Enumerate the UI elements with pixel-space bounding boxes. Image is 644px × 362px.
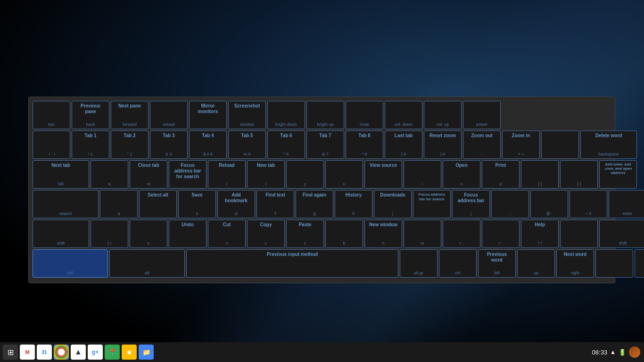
key-blank2[interactable]: [560, 220, 598, 248]
key-copy[interactable]: Copy c: [247, 220, 285, 248]
key-tilde[interactable]: ¬ ` !: [33, 131, 70, 159]
key-a[interactable]: a: [100, 190, 138, 218]
taskbar-calendar[interactable]: 31: [37, 345, 52, 360]
taskbar-drive[interactable]: ▲: [71, 345, 86, 360]
key-row-2: ¬ ` ! Tab 1 ! 1 Tab 2 " 2 Tab 3 £ 3 Tab …: [33, 131, 611, 159]
key-o[interactable]: Open o: [443, 160, 480, 189]
key-ctrl-left[interactable]: ctrl: [33, 249, 108, 278]
key-reload[interactable]: reload: [150, 101, 188, 129]
key-vol-up[interactable]: vol. up: [424, 101, 462, 129]
key-comma[interactable]: < ,: [443, 220, 480, 248]
key-tab[interactable]: Next tab tab: [33, 160, 89, 189]
key-ctrl-right[interactable]: ctrl: [439, 249, 477, 278]
taskbar: ⊞ M 31 ▲ g+ 📍 ★ 📁 08:33 ▲ 🔋: [0, 342, 644, 362]
key-r[interactable]: Reload r: [208, 160, 246, 189]
key-help[interactable]: Help ? /: [521, 220, 559, 248]
taskbar-chrome[interactable]: [54, 345, 69, 360]
key-left[interactable]: [595, 249, 633, 278]
key-bracket-close[interactable]: } ]: [560, 160, 598, 189]
key-i[interactable]: View source: [364, 160, 402, 189]
key-screenshot[interactable]: Screenshot window: [228, 101, 266, 129]
key-select-all[interactable]: Select all: [139, 190, 177, 218]
key-q[interactable]: q: [91, 160, 128, 189]
key-bookmark[interactable]: Add bookmark d: [217, 190, 255, 218]
key-search[interactable]: search: [33, 190, 99, 218]
key-1[interactable]: Tab 1 ! 1: [72, 131, 109, 159]
key-semicolon[interactable]: ; :: [491, 190, 529, 218]
key-vol-down[interactable]: vol. down: [385, 101, 422, 129]
key-w[interactable]: Close tab w: [130, 160, 167, 189]
key-find[interactable]: Find text f: [256, 190, 294, 218]
key-quote[interactable]: @ ': [530, 190, 568, 218]
key-paste[interactable]: Paste v: [286, 220, 324, 248]
key-equals[interactable]: Zoom in + =: [502, 131, 540, 159]
taskbar-files[interactable]: 📁: [139, 345, 154, 360]
key-focus-search[interactable]: Focus address bar for search: [413, 190, 451, 218]
key-down[interactable]: down: [635, 249, 644, 278]
taskbar-maps[interactable]: 📍: [105, 345, 120, 360]
key-2[interactable]: Tab 2 " 2: [111, 131, 149, 159]
key-focus-address[interactable]: Focus address bar j: [452, 190, 490, 218]
key-u[interactable]: u: [325, 160, 363, 189]
key-spacebar[interactable]: Previous input method: [186, 249, 398, 278]
key-3[interactable]: Tab 3 £ 3: [150, 131, 188, 159]
key-minus[interactable]: Zoom out -: [463, 131, 501, 159]
key-blank[interactable]: [541, 131, 579, 159]
key-7[interactable]: Tab 7 & 7: [306, 131, 344, 159]
key-t[interactable]: New tab t: [247, 160, 285, 189]
key-6[interactable]: Tab 6 ^ 6: [267, 131, 305, 159]
key-z[interactable]: z: [130, 220, 167, 248]
key-find-again[interactable]: Find again g: [296, 190, 333, 218]
key-mirror[interactable]: Mirror monitors: [189, 101, 227, 129]
key-0[interactable]: Reset zoom ) 0: [424, 131, 462, 159]
key-undo[interactable]: Undo: [169, 220, 206, 248]
key-row-6: ctrl alt Previous input method alt gr ct…: [33, 249, 611, 278]
key-mute[interactable]: mute: [346, 101, 383, 129]
key-power[interactable]: power: [463, 101, 501, 129]
key-next-word[interactable]: Next word right: [556, 249, 594, 278]
key-p[interactable]: Print p: [482, 160, 520, 189]
key-9[interactable]: Last tab ( 9: [385, 131, 422, 159]
key-4[interactable]: Tab 4 $ 4 €: [189, 131, 227, 159]
key-new-window[interactable]: New window n: [364, 220, 402, 248]
key-e[interactable]: Focus address bar for search: [169, 160, 206, 189]
key-row-4: search a Select all Save s Add bookmark …: [33, 190, 611, 218]
key-downloads[interactable]: Downloads j: [374, 190, 412, 218]
key-row-3: Next tab tab q Close tab w Focus address…: [33, 160, 611, 189]
key-row-5: shift | \ z Undo Cut x Copy c: [33, 220, 611, 248]
key-hash[interactable]: ~ #: [570, 190, 607, 218]
taskbar-google-plus[interactable]: g+: [88, 345, 103, 360]
key-shift-left[interactable]: shift: [33, 220, 89, 248]
key-history[interactable]: History h: [335, 190, 372, 218]
key-cut[interactable]: Cut x: [208, 220, 246, 248]
key-save[interactable]: Save s: [178, 190, 216, 218]
taskbar-apps: ⊞ M 31 ▲ g+ 📍 ★ 📁: [0, 345, 157, 360]
key-altgr[interactable]: alt gr: [400, 249, 438, 278]
key-bracket-open[interactable]: { [: [521, 160, 559, 189]
key-enter[interactable]: enter: [609, 190, 644, 218]
key-bright-down[interactable]: bright down: [267, 101, 305, 129]
key-period[interactable]: > .: [482, 220, 520, 248]
key-add-www[interactable]: Add www. and .com, and open address: [599, 160, 637, 189]
key-b[interactable]: b: [325, 220, 363, 248]
key-row-1: esc Previous pane back Next pane forward…: [33, 101, 611, 129]
key-shift-right[interactable]: shift: [599, 220, 644, 248]
key-8[interactable]: Tab 8 * 8: [346, 131, 383, 159]
key-prev-word[interactable]: Previous word left: [478, 249, 516, 278]
key-pipe[interactable]: | \: [91, 220, 128, 248]
taskbar-app-launcher[interactable]: ⊞: [3, 345, 18, 360]
key-y[interactable]: y: [286, 160, 324, 189]
key-next-pane[interactable]: Next pane forward: [111, 101, 149, 129]
key-prev-pane[interactable]: Previous pane back: [72, 101, 109, 129]
key-m[interactable]: m: [404, 220, 441, 248]
key-i2[interactable]: i: [404, 160, 441, 189]
taskbar-gmail[interactable]: M: [20, 345, 35, 360]
key-esc[interactable]: esc: [33, 101, 70, 129]
taskbar-star[interactable]: ★: [122, 345, 137, 360]
key-backspace[interactable]: Delete word backspace: [580, 131, 637, 159]
key-bright-up[interactable]: bright up: [306, 101, 344, 129]
user-avatar[interactable]: [629, 346, 640, 358]
key-up[interactable]: up: [517, 249, 555, 278]
key-5[interactable]: Tab 5 % 5: [228, 131, 266, 159]
key-alt-left[interactable]: alt: [109, 249, 185, 278]
